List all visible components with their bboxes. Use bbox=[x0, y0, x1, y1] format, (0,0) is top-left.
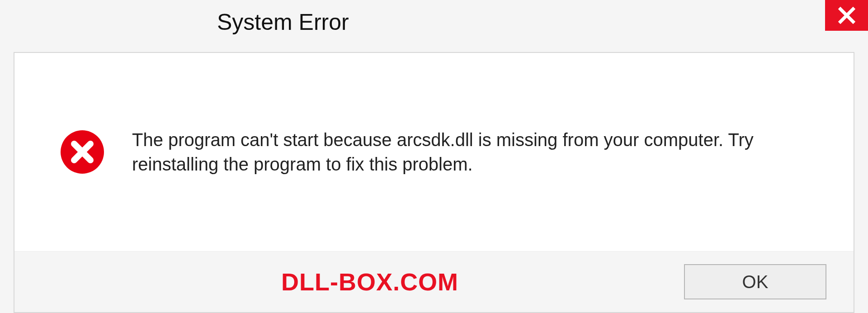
close-icon bbox=[837, 6, 856, 25]
ok-button-label: OK bbox=[742, 272, 769, 292]
titlebar: System Error bbox=[0, 0, 868, 41]
ok-button[interactable]: OK bbox=[684, 264, 826, 299]
error-message-text: The program can't start because arcsdk.d… bbox=[132, 128, 817, 176]
message-area: The program can't start because arcsdk.d… bbox=[14, 53, 854, 251]
close-button[interactable] bbox=[825, 0, 868, 31]
dialog-title: System Error bbox=[217, 9, 349, 35]
watermark-text: DLL-BOX.COM bbox=[281, 268, 458, 296]
button-row: DLL-BOX.COM OK bbox=[14, 251, 854, 312]
error-circle-x-icon bbox=[60, 129, 105, 175]
content-panel: The program can't start because arcsdk.d… bbox=[14, 52, 854, 313]
system-error-dialog: System Error The program can't start bec… bbox=[0, 0, 868, 313]
